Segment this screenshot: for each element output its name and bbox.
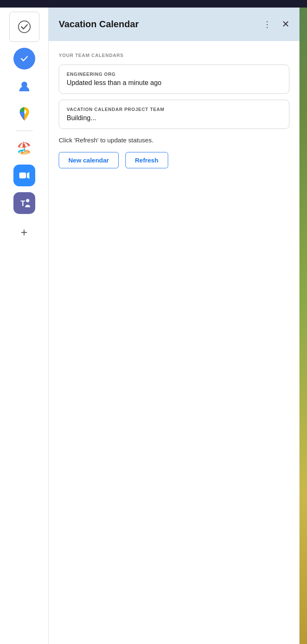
svg-point-9 [26,199,29,202]
sidebar-item-check[interactable] [13,48,35,70]
check-circle-icon [18,20,31,33]
close-icon: ✕ [282,19,289,30]
sidebar: 🏖️ T + [0,8,49,644]
plus-icon: + [21,226,27,239]
sidebar-item-contacts[interactable] [13,75,35,97]
calendar-card-status-engineering: Updated less than a minute ago [67,79,281,87]
contacts-icon [18,80,31,93]
os-topbar [0,0,307,8]
new-calendar-button[interactable]: New calendar [59,152,119,168]
calendar-card-engineering: ENGINEERING ORG Updated less than a minu… [59,64,289,94]
main-panel: Vacation Calendar ⋮ ✕ YOUR TEAM CALENDAR… [49,8,299,644]
sidebar-item-zoom[interactable] [13,165,35,186]
section-label: YOUR TEAM CALENDARS [59,53,289,58]
svg-rect-5 [19,173,26,178]
three-dots-icon: ⋮ [263,19,272,29]
calendar-card-title-engineering: ENGINEERING ORG [67,72,281,77]
zoom-icon [18,169,31,182]
sidebar-item-teams[interactable]: T [13,192,35,214]
panel-header-actions: ⋮ ✕ [261,17,291,31]
panel-body: YOUR TEAM CALENDARS ENGINEERING ORG Upda… [49,41,299,644]
svg-text:T: T [21,199,25,208]
svg-point-1 [19,53,30,64]
sidebar-item-vacation-app[interactable]: 🏖️ [13,137,35,159]
panel-title: Vacation Calendar [59,19,139,30]
sidebar-divider [16,131,33,131]
calendar-card-status-vacation-team: Building... [67,114,281,122]
hint-text: Click 'Refresh' to update statuses. [59,137,289,144]
check-icon [18,53,30,64]
svg-point-0 [18,21,30,33]
calendar-card-title-vacation-team: VACATION CALENDAR PROJECT TEAM [67,107,281,112]
sidebar-item-maps[interactable] [13,103,35,125]
more-options-button[interactable]: ⋮ [261,18,273,31]
refresh-button[interactable]: Refresh [125,152,168,168]
beach-umbrella-icon: 🏖️ [17,141,31,155]
teams-icon: T [17,196,32,210]
sidebar-item-tasks[interactable] [9,12,39,42]
panel-header: Vacation Calendar ⋮ ✕ [49,8,299,41]
maps-icon [18,106,31,121]
sidebar-add-button[interactable]: + [13,222,35,243]
action-buttons: New calendar Refresh [59,152,289,168]
calendar-card-vacation-team: VACATION CALENDAR PROJECT TEAM Building.… [59,100,289,129]
close-button[interactable]: ✕ [280,17,291,31]
